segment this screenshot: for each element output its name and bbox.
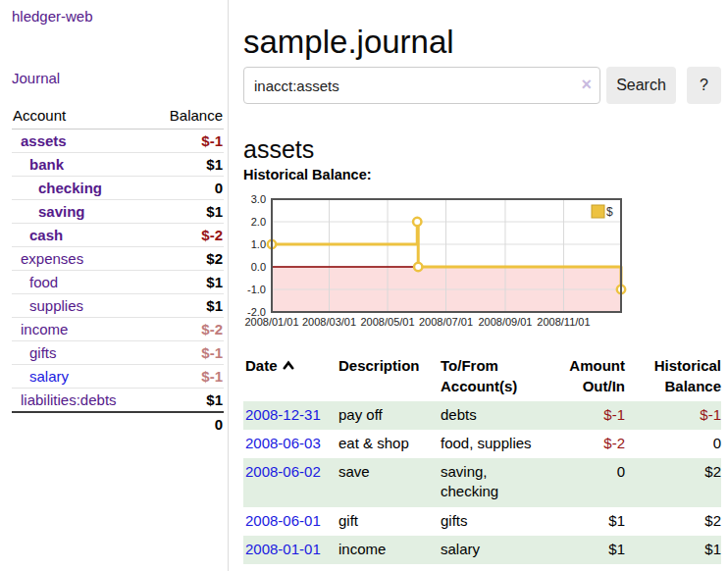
register-header-balance: Historical Balance: [625, 353, 721, 401]
account-name-cell: cash: [12, 224, 151, 247]
accounts-total-value: 0: [151, 412, 224, 436]
account-name-cell: food: [12, 271, 151, 294]
svg-text:2008/07/01: 2008/07/01: [419, 316, 473, 328]
register-accounts-cell: saving, checking: [441, 458, 539, 507]
account-link[interactable]: assets: [21, 132, 67, 149]
register-balance-cell: 0: [625, 430, 721, 458]
register-header-accounts: To/From Account(s): [441, 353, 539, 401]
account-link[interactable]: checking: [38, 180, 102, 196]
account-name-cell: expenses: [12, 247, 151, 271]
register-amount-cell: $1: [539, 507, 625, 536]
svg-text:2008/01/01: 2008/01/01: [244, 316, 298, 328]
account-balance: $1: [151, 389, 224, 413]
account-row: income$-2: [12, 318, 224, 341]
register-accounts-cell: debts: [441, 401, 539, 430]
register-amount-cell: $-2: [539, 430, 625, 458]
register-row: 2008-01-01incomesalary$1$1: [243, 536, 721, 564]
transaction-date-link[interactable]: 2008-06-03: [245, 435, 321, 451]
chart-heading: Historical Balance:: [243, 167, 372, 182]
register-accounts-cell: salary: [441, 536, 539, 564]
register-table: Date Description To/From Account(s) Amou…: [243, 353, 721, 564]
accounts-total-row: 0: [12, 412, 224, 436]
register-description-cell: eat & shop: [338, 430, 441, 458]
register-header-row: Date Description To/From Account(s) Amou…: [243, 353, 721, 401]
account-row: cash$-2: [12, 224, 224, 247]
account-balance: $2: [151, 247, 224, 271]
account-link[interactable]: saving: [38, 203, 85, 220]
svg-text:2008/11/01: 2008/11/01: [537, 316, 590, 328]
register-amount-cell: 0: [539, 458, 625, 507]
transaction-date-link[interactable]: 2008-06-02: [245, 463, 321, 480]
account-row: supplies$1: [12, 294, 224, 318]
account-link[interactable]: income: [21, 321, 68, 337]
historical-balance-chart: 3.02.01.00.0-1.0-2.02008/01/012008/03/01…: [240, 194, 628, 334]
account-link[interactable]: supplies: [29, 297, 83, 314]
accounts-header-account: Account: [12, 104, 151, 130]
search-bar: × Search ?: [243, 67, 721, 104]
account-name-cell: liabilities:debts: [12, 389, 151, 413]
register-balance-cell: $2: [625, 458, 721, 507]
account-balance: $1: [151, 153, 224, 177]
account-link[interactable]: gifts: [29, 344, 57, 361]
account-name-cell: assets: [12, 130, 151, 153]
account-name-cell: bank: [12, 153, 151, 177]
account-row: salary$-1: [12, 365, 224, 389]
account-name-cell: income: [12, 318, 151, 341]
register-amount-cell: $-1: [539, 401, 625, 430]
register-balance-cell: $2: [625, 507, 721, 536]
register-description-cell: income: [338, 536, 441, 564]
app-title-link[interactable]: hledger-web: [12, 8, 93, 25]
account-link[interactable]: food: [29, 274, 58, 290]
register-date-cell: 2008-12-31: [243, 401, 338, 430]
account-row: liabilities:debts$1: [12, 389, 224, 413]
account-row: bank$1: [12, 153, 224, 177]
register-date-cell: 2008-06-03: [243, 430, 338, 458]
register-header-amount: Amount Out/In: [539, 353, 625, 401]
account-row: assets$-1: [12, 130, 224, 153]
register-accounts-cell: food, supplies: [441, 430, 539, 458]
accounts-header-row: Account Balance: [12, 104, 224, 130]
account-link[interactable]: expenses: [21, 250, 83, 267]
sort-caret-up-icon: [283, 360, 294, 370]
transaction-date-link[interactable]: 2008-01-01: [245, 541, 321, 557]
svg-text:$: $: [606, 205, 613, 219]
svg-text:0.0: 0.0: [251, 261, 266, 273]
account-name-cell: supplies: [12, 294, 151, 318]
svg-text:2008/03/01: 2008/03/01: [302, 316, 356, 328]
account-link[interactable]: salary: [29, 368, 69, 385]
register-accounts-cell: gifts: [441, 507, 539, 536]
account-link[interactable]: cash: [29, 227, 63, 243]
clear-search-icon[interactable]: ×: [581, 75, 592, 95]
account-name-cell: salary: [12, 365, 151, 389]
svg-text:2.0: 2.0: [251, 216, 266, 228]
svg-text:1.0: 1.0: [251, 238, 266, 250]
account-balance: 0: [151, 177, 224, 200]
search-input[interactable]: [243, 67, 600, 104]
register-row: 2008-06-03eat & shopfood, supplies$-20: [243, 430, 721, 458]
register-description-cell: save: [338, 458, 441, 507]
account-balance: $-2: [151, 224, 224, 247]
register-date-cell: 2008-06-02: [243, 458, 338, 507]
svg-text:2008/05/01: 2008/05/01: [360, 316, 414, 328]
svg-text:-1.0: -1.0: [247, 284, 266, 295]
account-link[interactable]: liabilities:debts: [21, 391, 117, 408]
accounts-table: Account Balance assets$-1bank$1checking0…: [12, 104, 224, 436]
account-balance: $1: [151, 271, 224, 294]
register-header-date[interactable]: Date: [243, 353, 338, 401]
register-description-cell: gift: [338, 507, 441, 536]
transaction-date-link[interactable]: 2008-12-31: [245, 406, 321, 423]
transaction-date-link[interactable]: 2008-06-01: [245, 512, 321, 529]
account-name-cell: checking: [12, 177, 151, 200]
accounts-header-balance: Balance: [151, 104, 224, 130]
account-link[interactable]: bank: [29, 156, 64, 173]
account-name-cell: saving: [12, 200, 151, 224]
account-balance: $-2: [151, 318, 224, 341]
register-row: 2008-06-01giftgifts$1$2: [243, 507, 721, 536]
search-input-wrap: ×: [243, 67, 600, 104]
help-button[interactable]: ?: [687, 67, 721, 104]
search-button[interactable]: Search: [606, 67, 676, 104]
sidebar-item-journal[interactable]: Journal: [12, 70, 60, 86]
sidebar: hledger-web Journal Account Balance asse…: [0, 0, 229, 571]
account-balance: $-1: [151, 341, 224, 365]
svg-text:2008/09/01: 2008/09/01: [478, 316, 532, 328]
